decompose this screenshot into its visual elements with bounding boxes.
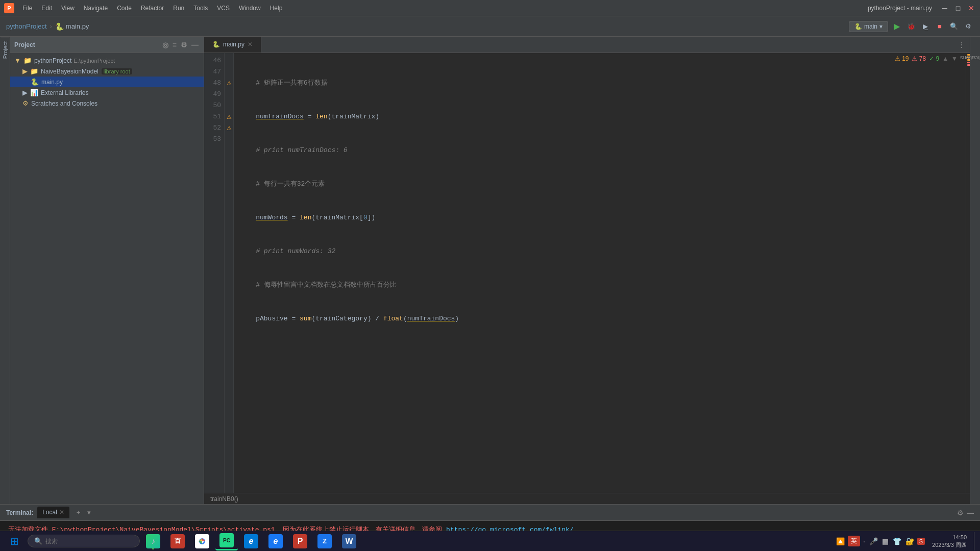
- menu-edit[interactable]: Edit: [37, 3, 56, 14]
- music-app-indicator: [152, 548, 154, 549]
- main-toolbar: pythonProject › 🐍 main.py 🐍 main ▾ ▶ 🐞 ▶…: [0, 16, 980, 37]
- menu-run[interactable]: Run: [169, 3, 188, 14]
- editor-more-button[interactable]: ⋮: [953, 37, 970, 53]
- menu-file[interactable]: File: [18, 3, 36, 14]
- start-button[interactable]: ⊞: [3, 532, 26, 550]
- menu-help[interactable]: Help: [266, 3, 287, 14]
- ie-icon: e: [268, 534, 283, 548]
- menu-navigate[interactable]: Navigate: [80, 3, 112, 14]
- zy-icon: Z: [317, 534, 332, 548]
- naivebayes-folder-icon: 📁: [30, 67, 38, 75]
- close-button[interactable]: ✕: [967, 4, 976, 13]
- project-tab[interactable]: Project: [1, 37, 9, 63]
- ime-indicator[interactable]: 英: [848, 536, 860, 546]
- code-fold-down[interactable]: ▼: [951, 55, 958, 62]
- warning-icon-48: ⚠: [227, 80, 232, 87]
- terminal-dropdown-button[interactable]: ▾: [87, 509, 91, 516]
- gutter-line-49: [225, 89, 233, 100]
- term-tab-close[interactable]: ✕: [59, 509, 64, 516]
- project-collapse-icon[interactable]: ≡: [172, 40, 178, 50]
- minimize-button[interactable]: ─: [940, 4, 949, 13]
- editor-tab-mainpy[interactable]: 🐍 main.py ✕: [204, 37, 261, 53]
- editor-tabs: 🐍 main.py ✕ ⋮: [204, 37, 970, 53]
- breadcrumb-file[interactable]: 🐍 main.py: [55, 22, 89, 31]
- taskbar-app-baidu[interactable]: 百: [166, 532, 189, 550]
- coverage-button[interactable]: ▶̲: [920, 21, 931, 32]
- project-options-icon[interactable]: ⚙: [180, 40, 188, 50]
- gutter-line-46: [225, 55, 233, 66]
- baidu-icon: 百: [170, 534, 185, 548]
- tray-shirt-icon[interactable]: 👕: [892, 536, 902, 546]
- run-button[interactable]: ▶: [891, 21, 902, 32]
- taskbar-right: 🔼 英 · 🎤 ▦ 👕 🔐 S 14:50 2023/3/3 周四: [835, 532, 977, 550]
- menu-bar: File Edit View Navigate Code Refactor Ru…: [18, 3, 860, 14]
- menu-view[interactable]: View: [57, 3, 79, 14]
- taskbar-app-ie[interactable]: e: [264, 532, 287, 550]
- taskbar-app-word[interactable]: W: [338, 532, 360, 550]
- word-icon: W: [342, 534, 356, 548]
- menu-refactor[interactable]: Refactor: [137, 3, 168, 14]
- search-button[interactable]: 🔍: [948, 21, 960, 32]
- tree-item-root[interactable]: ▼ 📁 pythonProject E:\pythonProject: [10, 55, 204, 66]
- terminal-tab-local[interactable]: Local ✕: [37, 507, 69, 518]
- terminal-add-button[interactable]: +: [74, 509, 84, 516]
- code-breadcrumb: trainNB0(): [210, 495, 238, 503]
- tray-sougou-icon[interactable]: S: [917, 538, 925, 545]
- stop-button[interactable]: ■: [934, 21, 945, 32]
- project-tree: ▼ 📁 pythonProject E:\pythonProject ▶ 📁 N…: [10, 53, 204, 504]
- taskbar-app-pycharm[interactable]: PC: [215, 532, 238, 550]
- tray-grid-icon[interactable]: ▦: [881, 536, 890, 546]
- debug-button[interactable]: 🐞: [905, 21, 917, 32]
- tree-item-naivebayes[interactable]: ▶ 📁 NaiveBayesionModel library root: [10, 66, 204, 77]
- breadcrumb-project[interactable]: pythonProject: [6, 22, 47, 30]
- main-layout: Project Project ◎ ≡ ⚙ — ▼ 📁 pythonProjec…: [0, 37, 980, 504]
- show-desktop-button[interactable]: [974, 532, 977, 550]
- project-locate-icon[interactable]: ◎: [161, 40, 169, 50]
- code-editor[interactable]: # 矩阵正一共有6行数据 numTrainDocs = len(trainMat…: [234, 53, 966, 493]
- run-config-label: main: [864, 23, 877, 30]
- taskbar-app-music[interactable]: ♪: [142, 532, 164, 550]
- extlibs-expand-icon: ▶: [22, 89, 28, 96]
- err-stripe-2: [967, 64, 970, 66]
- tab-label: main.py: [223, 41, 244, 48]
- clock[interactable]: 14:50 2023/3/3 周四: [928, 534, 971, 548]
- terminal-settings-icon[interactable]: ⚙: [957, 509, 964, 517]
- code-container: ⚠ 19 ⚠ 78 ✓ 9 ▲ ▼ 46 47 48 49 50 51 52 5…: [204, 53, 970, 493]
- code-fold-up[interactable]: ▲: [942, 55, 948, 62]
- maximize-button[interactable]: □: [953, 4, 963, 13]
- tree-item-mainpy[interactable]: 🐍 main.py: [10, 77, 204, 87]
- menu-window[interactable]: Window: [235, 3, 265, 14]
- gutter-line-48: ⚠: [225, 78, 233, 89]
- taskbar-app-powerpoint[interactable]: P: [289, 532, 311, 550]
- search-input[interactable]: [45, 538, 127, 545]
- tree-item-scratches[interactable]: ⚙ Scratches and Consoles: [10, 98, 204, 109]
- project-close-icon[interactable]: —: [190, 40, 200, 50]
- settings-button[interactable]: ⚙: [963, 21, 974, 32]
- warning-icon-51: ⚠: [227, 114, 232, 120]
- menu-tools[interactable]: Tools: [189, 3, 212, 14]
- gutter-line-47: [225, 66, 233, 78]
- window-controls: ─ □ ✕: [940, 4, 976, 13]
- gutter-line-50: [225, 100, 233, 111]
- terminal-close-icon[interactable]: —: [967, 509, 974, 517]
- menu-vcs[interactable]: VCS: [213, 3, 234, 14]
- powerpoint-icon: P: [293, 534, 307, 548]
- pycharm-icon: PC: [219, 533, 234, 547]
- taskbar-app-edge[interactable]: e: [240, 532, 262, 550]
- taskbar-app-chrome[interactable]: [191, 532, 213, 550]
- tree-item-extlibs[interactable]: ▶ 📊 External Libraries: [10, 87, 204, 98]
- terminal-label: Terminal:: [6, 509, 33, 516]
- right-sidebar: Notifications: [970, 37, 980, 504]
- taskbar-app-zy[interactable]: Z: [313, 532, 336, 550]
- tray-mic-icon[interactable]: 🎤: [868, 536, 879, 546]
- search-icon: 🔍: [34, 537, 42, 545]
- root-folder-icon: 📁: [23, 57, 32, 64]
- terminal-header: Terminal: Local ✕ + ▾ ⚙ —: [0, 505, 980, 521]
- menu-code[interactable]: Code: [113, 3, 136, 14]
- search-bar[interactable]: 🔍: [28, 535, 140, 547]
- tab-close-button[interactable]: ✕: [248, 41, 253, 48]
- run-config-selector[interactable]: 🐍 main ▾: [849, 21, 888, 32]
- tray-lock-icon[interactable]: 🔐: [904, 536, 915, 546]
- tray-expand-icon[interactable]: 🔼: [835, 536, 846, 546]
- notifications-tab[interactable]: Notifications: [956, 54, 980, 62]
